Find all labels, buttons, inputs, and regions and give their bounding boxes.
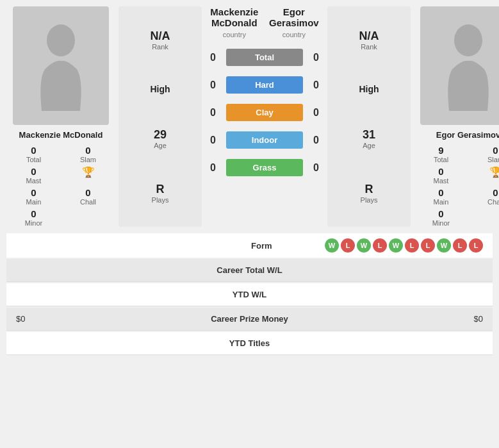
center-left-name: MackenzieMcDonald bbox=[210, 6, 258, 28]
left-stat-mast: 0 Mast bbox=[10, 166, 58, 185]
surface-btn-indoor[interactable]: Indoor bbox=[226, 131, 303, 149]
left-country-flag: country bbox=[210, 31, 258, 38]
form-label: Form bbox=[221, 241, 272, 251]
right-plays-item: R Plays bbox=[361, 183, 378, 204]
surface-btn-hard[interactable]: Hard bbox=[226, 76, 303, 94]
right-stat-minor: 0 Minor bbox=[417, 208, 465, 227]
surface-row-indoor: 0 Indoor 0 bbox=[205, 126, 324, 154]
left-age-item: 29 Age bbox=[154, 128, 167, 149]
left-player-silhouette bbox=[32, 21, 90, 111]
svg-point-1 bbox=[454, 24, 482, 56]
surface-row-grass: 0 Grass 0 bbox=[205, 154, 324, 181]
right-player-card: Egor Gerasimov 9 Total 0 Slam 0 Mast 🏆 bbox=[414, 6, 499, 227]
right-player-silhouette bbox=[439, 21, 497, 111]
form-badges: WLWLWLLWLL bbox=[279, 238, 484, 253]
form-badge-l: L bbox=[341, 238, 355, 253]
center-left-name-block: MackenzieMcDonald country bbox=[210, 6, 258, 38]
surface-btn-total[interactable]: Total bbox=[226, 49, 303, 66]
center-names-row: MackenzieMcDonald country EgorGerasimov … bbox=[205, 6, 324, 44]
right-info-panel: N/A Rank High 31 Age R Plays bbox=[327, 6, 411, 227]
surface-btn-clay[interactable]: Clay bbox=[226, 104, 303, 121]
right-stat-slam: 0 Slam bbox=[471, 145, 499, 163]
center-column: MackenzieMcDonald country EgorGerasimov … bbox=[205, 6, 324, 227]
left-player-photo bbox=[13, 6, 109, 125]
right-age-item: 31 Age bbox=[363, 128, 375, 149]
prize-left: $0 bbox=[16, 314, 112, 324]
form-badge-l: L bbox=[469, 238, 483, 253]
left-player-stats: 0 Total 0 Slam 0 Mast 🏆 0 Main bbox=[6, 145, 115, 227]
prize-right: $0 bbox=[387, 314, 483, 324]
left-trophy-icon: 🏆 bbox=[82, 167, 95, 178]
prize-row: $0 Career Prize Money $0 bbox=[6, 308, 493, 331]
career-wl-row: Career Total W/L bbox=[6, 259, 493, 282]
left-peak-item: High bbox=[150, 84, 170, 94]
ytd-wl-row: YTD W/L bbox=[6, 283, 493, 306]
left-stat-main: 0 Main bbox=[10, 187, 58, 206]
surface-rows: 0 Total 0 0 Hard 0 0 Clay 0 bbox=[205, 44, 324, 181]
right-player-name: Egor Gerasimov bbox=[436, 130, 499, 140]
left-stat-chall: 0 Chall bbox=[64, 187, 112, 206]
ytd-titles-row: YTD Titles bbox=[6, 332, 493, 355]
left-stat-slam: 0 Slam bbox=[64, 145, 112, 163]
prize-label: Career Prize Money bbox=[112, 314, 387, 324]
left-rank-item: N/A Rank bbox=[151, 29, 170, 51]
main-container: Mackenzie McDonald 0 Total 0 Slam 0 Mast… bbox=[0, 0, 499, 363]
right-rank-item: N/A Rank bbox=[359, 29, 379, 51]
form-badge-l: L bbox=[373, 238, 387, 253]
center-right-name: EgorGerasimov bbox=[269, 6, 319, 28]
form-badge-w: W bbox=[357, 238, 371, 253]
career-wl-label: Career Total W/L bbox=[112, 265, 387, 275]
surface-row-total: 0 Total 0 bbox=[205, 44, 324, 71]
form-badge-l: L bbox=[453, 238, 467, 253]
left-trophy-icon-cell: 🏆 bbox=[64, 166, 112, 185]
left-plays-item: R Plays bbox=[152, 183, 169, 204]
right-stat-main: 0 Main bbox=[417, 187, 465, 206]
right-player-photo bbox=[420, 6, 499, 125]
right-country-flag: country bbox=[269, 31, 319, 38]
players-section: Mackenzie McDonald 0 Total 0 Slam 0 Mast… bbox=[0, 0, 499, 233]
right-stat-mast: 0 Mast bbox=[417, 166, 465, 185]
form-badge-w: W bbox=[437, 238, 451, 253]
form-badge-w: W bbox=[389, 238, 403, 253]
left-player-card: Mackenzie McDonald 0 Total 0 Slam 0 Mast… bbox=[6, 6, 115, 227]
right-trophy-icon: 🏆 bbox=[489, 167, 500, 178]
left-player-name: Mackenzie McDonald bbox=[19, 130, 103, 140]
right-stat-chall: 0 Chall bbox=[471, 187, 499, 206]
bottom-section: Form WLWLWLLWLL Career Total W/L YTD W/L… bbox=[0, 233, 499, 363]
surface-btn-grass[interactable]: Grass bbox=[226, 159, 303, 176]
left-stat-total: 0 Total bbox=[10, 145, 58, 163]
form-badge-w: W bbox=[325, 238, 339, 253]
left-info-panel: N/A Rank High 29 Age R Plays bbox=[119, 6, 202, 227]
surface-row-clay: 0 Clay 0 bbox=[205, 99, 324, 126]
svg-point-0 bbox=[47, 24, 75, 56]
form-badge-l: L bbox=[421, 238, 435, 253]
right-trophy-icon-cell: 🏆 bbox=[471, 166, 499, 185]
form-badge-l: L bbox=[405, 238, 419, 253]
ytd-titles-label: YTD Titles bbox=[112, 338, 387, 348]
center-right-name-block: EgorGerasimov country bbox=[269, 6, 319, 38]
left-stat-minor: 0 Minor bbox=[10, 208, 58, 227]
right-stat-total: 9 Total bbox=[417, 145, 465, 163]
surface-row-hard: 0 Hard 0 bbox=[205, 71, 324, 99]
ytd-wl-label: YTD W/L bbox=[112, 290, 387, 299]
form-row: Form WLWLWLLWLL bbox=[6, 233, 493, 258]
right-player-stats: 9 Total 0 Slam 0 Mast 🏆 0 Main bbox=[414, 145, 499, 227]
right-peak-item: High bbox=[359, 84, 379, 94]
